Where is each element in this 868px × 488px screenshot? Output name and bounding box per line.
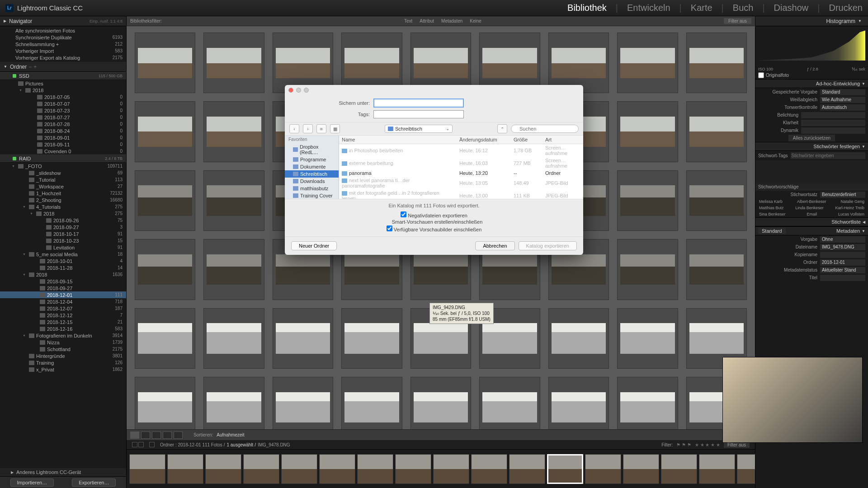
folders-minus-icon[interactable]: − xyxy=(28,64,32,70)
thumbnail[interactable] xyxy=(686,170,747,231)
col-name[interactable]: Name xyxy=(339,136,457,144)
collection-item[interactable]: Schnellsammlung +212 xyxy=(0,41,126,47)
folder-item[interactable]: _slideshow69 xyxy=(0,169,126,176)
thumbnail[interactable] xyxy=(548,33,609,93)
survey-view-button[interactable] xyxy=(163,432,172,439)
thumbnail[interactable] xyxy=(479,33,540,93)
back-button[interactable]: ‹ xyxy=(289,124,299,133)
filmstrip-thumbnail[interactable] xyxy=(357,454,393,484)
keyword-suggestion[interactable]: Melissa Karb xyxy=(759,199,783,204)
folder-item[interactable]: 2_Shooting16680 xyxy=(0,197,126,203)
info-path[interactable]: Ordner : 2018-12-01 111 Fotos / xyxy=(160,442,225,447)
navigator-modes[interactable]: Einp. Ausf. 1:1 4:8 xyxy=(90,19,123,23)
location-dropdown[interactable]: Schreibtisch ⌄ xyxy=(385,125,453,133)
folder-item[interactable]: ▼4_Tutorials275 xyxy=(0,203,126,210)
histogram-header[interactable]: Histogramm▼ xyxy=(755,16,868,26)
filmstrip-thumbnail[interactable] xyxy=(433,454,469,484)
folder-item[interactable]: Hintergründe3801 xyxy=(0,352,126,359)
folders-header[interactable]: ▼ Ordner − + xyxy=(0,62,126,72)
folder-item[interactable]: 2018-07-270 xyxy=(0,114,126,121)
thumbnail[interactable] xyxy=(617,170,678,231)
filmstrip-thumbnail[interactable] xyxy=(547,454,583,484)
preset-dropdown[interactable]: Standard xyxy=(820,89,865,95)
folder-item[interactable]: Levitation91 xyxy=(0,244,126,251)
folder-item[interactable]: 2018-12-04718 xyxy=(0,298,126,305)
filmstrip-thumbnail[interactable] xyxy=(737,454,755,484)
keywordlist-header[interactable]: Stichwortliste◀ xyxy=(755,217,868,226)
filmstrip-thumbnail[interactable] xyxy=(509,454,545,484)
thumbnail[interactable] xyxy=(341,377,402,429)
filmstrip-thumbnail[interactable] xyxy=(129,454,165,484)
thumbnail[interactable] xyxy=(617,377,678,429)
favorite-item[interactable]: Dropbox (RedL… xyxy=(285,143,339,156)
thumbnail[interactable] xyxy=(135,308,195,369)
thumbnail[interactable] xyxy=(203,170,264,231)
folder-item[interactable]: ▼5_me social Media18 xyxy=(0,251,126,258)
filmstrip-thumbnail[interactable] xyxy=(585,454,621,484)
filter-metadata[interactable]: Metadaten xyxy=(441,19,462,23)
folder-item[interactable]: 2018-07-280 xyxy=(0,121,126,127)
thumbnail[interactable] xyxy=(341,33,402,93)
vibrance-stepper[interactable] xyxy=(804,128,817,133)
thumbnail[interactable] xyxy=(341,308,402,369)
folder-item[interactable]: 2018-11-2814 xyxy=(0,264,126,271)
filmstrip-thumbnail[interactable] xyxy=(623,454,659,484)
clarity-stepper[interactable] xyxy=(804,120,817,126)
whitebalance-dropdown[interactable]: Wie Aufnahme xyxy=(820,97,865,103)
folder-item[interactable]: Pictures xyxy=(0,80,126,87)
folder-item[interactable]: 2018-10-014 xyxy=(0,258,126,264)
quickdev-header[interactable]: Ad-hoc-Entwicklung▼ xyxy=(755,79,868,88)
favorite-item[interactable]: matthiasbutz xyxy=(285,185,339,192)
folder-item[interactable]: 1_Hochzeit72132 xyxy=(0,190,126,197)
col-date[interactable]: Änderungsdatum xyxy=(457,136,511,144)
collection-item[interactable]: Vorheriger Export als Katalog2175 xyxy=(0,54,126,61)
metadata-header[interactable]: Standard Metadaten▼ xyxy=(755,226,868,235)
thumbnail[interactable] xyxy=(273,308,333,369)
main-window-button[interactable] xyxy=(132,442,137,447)
thumbnail[interactable] xyxy=(479,377,540,429)
folder-item[interactable]: 2018-07-050 xyxy=(0,94,126,100)
folder-item[interactable]: 2018-12-16583 xyxy=(0,325,126,332)
compare-view-button[interactable] xyxy=(152,432,161,439)
module-slideshow[interactable]: Diashow xyxy=(774,3,809,13)
filmstrip-thumbnail[interactable] xyxy=(699,454,735,484)
reset-all-button[interactable]: Alles zurücksetzen xyxy=(788,135,835,141)
thumbnail[interactable] xyxy=(135,239,195,300)
folder-item[interactable]: _Tutorial113 xyxy=(0,176,126,183)
folder-item[interactable]: ▼20181636 xyxy=(0,271,126,278)
folder-item[interactable]: 2018-12-01111 xyxy=(0,291,126,298)
filmstrip-thumbnail[interactable] xyxy=(471,454,507,484)
favorite-item[interactable]: Programme xyxy=(285,156,339,163)
thumbnail[interactable] xyxy=(135,101,195,162)
favorite-item[interactable]: Schreibtisch xyxy=(285,170,339,178)
metadata-value[interactable]: 2018-12-01 xyxy=(820,259,865,266)
folder-item[interactable]: 2018-10-2315 xyxy=(0,237,126,244)
keyword-suggestion[interactable]: Email xyxy=(807,212,817,216)
folder-item[interactable]: 2018-09-110 xyxy=(0,141,126,148)
thumbnail[interactable] xyxy=(273,33,333,93)
filmstrip-thumbnail[interactable] xyxy=(281,454,317,484)
folders-plus-icon[interactable]: + xyxy=(33,64,37,70)
keyword-suggestion[interactable]: Lucas Vollsten xyxy=(838,212,864,216)
module-develop[interactable]: Entwickeln xyxy=(627,3,670,13)
cancel-button[interactable]: Abbrechen xyxy=(475,241,514,250)
other-device-row[interactable]: ▶ Anderes Lightroom CC-Gerät xyxy=(0,468,126,476)
folder-item[interactable]: 2018-07-070 xyxy=(0,100,126,107)
thumbnail[interactable] xyxy=(135,170,195,231)
favorite-item[interactable]: Dokumente xyxy=(285,163,339,170)
tags-input[interactable] xyxy=(373,110,464,118)
folder-item[interactable]: 2018-08-240 xyxy=(0,127,126,134)
file-row[interactable]: externe bearbeitungHeute, 16:03727 MBScr… xyxy=(339,157,583,169)
save-as-input[interactable] xyxy=(373,99,464,108)
folder-item[interactable]: 2018-12-1521 xyxy=(0,319,126,325)
thumbnail[interactable] xyxy=(203,308,264,369)
keywords-header[interactable]: Stichwörter festlegen▼ xyxy=(755,142,868,151)
filmstrip-thumbnail[interactable] xyxy=(319,454,355,484)
collection-item[interactable]: Vorheriger Import583 xyxy=(0,47,126,54)
thumbnail[interactable] xyxy=(135,377,195,429)
module-print[interactable]: Drucken xyxy=(829,3,863,13)
folder-item[interactable]: 2018-09-2675 xyxy=(0,217,126,224)
keyword-textarea[interactable] xyxy=(755,160,868,183)
exposure-stepper[interactable] xyxy=(804,113,817,118)
module-library[interactable]: Bibliothek xyxy=(567,3,607,13)
